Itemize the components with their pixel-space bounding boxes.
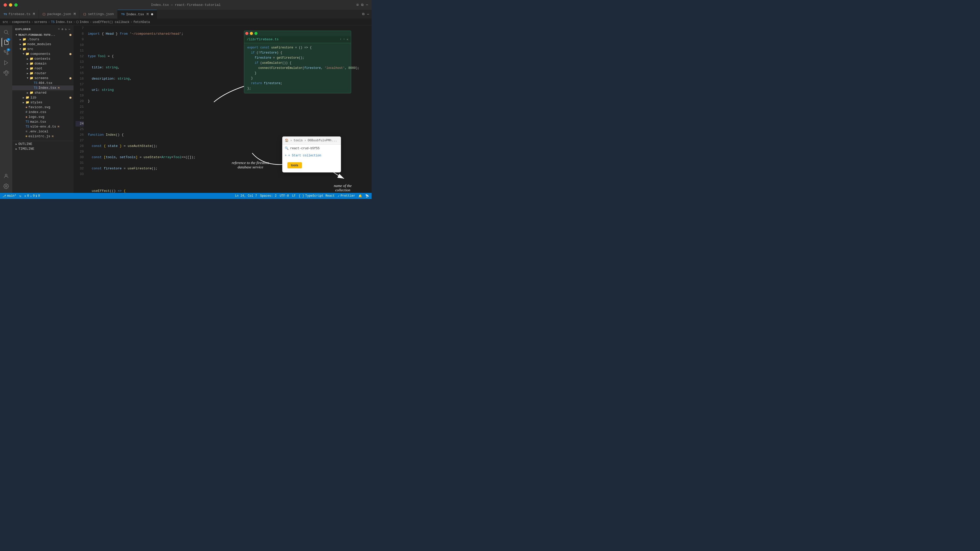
tree-styles[interactable]: ▶ 📁 styles: [12, 100, 73, 105]
extensions-activity-icon[interactable]: [2, 68, 11, 78]
tree-project-root[interactable]: ▼ REACT-FIREBASE-TUTO...: [12, 33, 73, 37]
tab-index-tsx[interactable]: TS Index.tsx M: [118, 10, 157, 19]
split-editor-icon[interactable]: ⧉: [362, 12, 364, 16]
files-activity-icon[interactable]: 1: [2, 38, 11, 47]
broadcast-indicator: 📡: [365, 194, 369, 198]
branch-indicator[interactable]: ⎇ main*: [3, 194, 16, 198]
tree-tours[interactable]: ▶ 📁 .tours: [12, 37, 73, 42]
tab-settings-json[interactable]: {} settings.json: [80, 10, 118, 19]
folder-icon: 📁: [30, 71, 33, 75]
tree-index-tsx[interactable]: ▶ TS Index.tsx M: [12, 86, 73, 90]
tree-components[interactable]: ▼ 📁 components: [12, 52, 73, 56]
indentation[interactable]: Spaces: 2: [260, 194, 277, 198]
tree-router[interactable]: ▶ 📁 router: [12, 71, 73, 76]
minimize-button[interactable]: [9, 3, 12, 6]
line-ending-indicator[interactable]: LF: [292, 194, 296, 198]
breadcrumb-index[interactable]: Index: [80, 21, 89, 24]
breadcrumb-file[interactable]: Index.tsx: [56, 21, 72, 24]
app-container: TS firebase.ts M {} package.json M {} se…: [0, 10, 372, 199]
popup-close-icon[interactable]: ✕: [347, 38, 348, 41]
hover-popup-nav[interactable]: ‹ › ✕: [340, 38, 348, 41]
account-icon[interactable]: [2, 171, 11, 181]
tree-contexts[interactable]: ▶ 📁 contexts: [12, 56, 73, 61]
errors-indicator[interactable]: ✕ 0 ⚠ 0 ℹ 0: [24, 194, 40, 198]
close-button[interactable]: [3, 3, 7, 6]
breadcrumb-fetchdata[interactable]: fetchData: [134, 21, 150, 24]
tab-package-json[interactable]: {} package.json M: [39, 10, 80, 19]
svg-rect-10: [8, 72, 9, 73]
info-icon: ℹ: [36, 194, 37, 198]
tree-root[interactable]: ▶ 📁 root: [12, 66, 73, 71]
item-label: eslintrc.js: [28, 135, 50, 138]
new-folder-icon[interactable]: ⊕: [62, 27, 64, 31]
tab-firebase-ts[interactable]: TS firebase.ts M: [0, 10, 39, 19]
tree-domain[interactable]: ▶ 📁 domain: [12, 61, 73, 66]
popup-next-icon[interactable]: ›: [343, 38, 345, 41]
tree-index-css[interactable]: ▶ # index.css: [12, 110, 73, 114]
tree-favicon[interactable]: ▶ ◈ favicon.svg: [12, 105, 73, 110]
search-activity-icon[interactable]: [2, 27, 11, 37]
svg-point-11: [5, 174, 7, 176]
editor-area: 7891011 1213141516 1718192021 22232425 2…: [73, 25, 372, 193]
settings-icon[interactable]: ⋯: [366, 3, 368, 7]
tree-src[interactable]: ▼ 📁 src: [12, 47, 73, 52]
item-label: main.tsx: [30, 120, 46, 124]
breadcrumb-src[interactable]: src: [3, 21, 8, 24]
explorer-label: EXPLORER: [15, 28, 31, 31]
item-label: .tours: [27, 38, 39, 41]
breadcrumb-useeffect[interactable]: useEffect() callback: [93, 21, 129, 24]
firestore-start-collection[interactable]: + + Start collection: [282, 152, 341, 159]
tree-main-tsx[interactable]: ▶ TS main.tsx: [12, 119, 73, 124]
popup-close-btn[interactable]: [245, 32, 248, 35]
tab-modified-label: M: [147, 13, 149, 16]
tools-collection-button[interactable]: tools: [287, 162, 302, 168]
language-indicator[interactable]: { } TypeScript React: [299, 194, 334, 198]
maximize-button[interactable]: [14, 3, 18, 6]
formatter-indicator[interactable]: ✓ Prettier: [338, 194, 355, 198]
check-icon: ✓: [338, 194, 339, 198]
tree-404[interactable]: ▶ TS 404.tsx: [12, 81, 73, 86]
tree-timeline[interactable]: ▶ TIMELINE: [12, 146, 73, 151]
window-controls[interactable]: [3, 3, 18, 6]
notification-icon[interactable]: 🔔: [358, 194, 362, 198]
popup-prev-icon[interactable]: ‹: [340, 38, 342, 41]
run-activity-icon[interactable]: [2, 58, 11, 67]
tree-node-modules[interactable]: ▶ 📁 node_modules: [12, 42, 73, 47]
cursor-position[interactable]: Ln 24, Col 7: [235, 194, 257, 198]
project-name: REACT-FIREBASE-TUTO...: [18, 33, 56, 37]
sidebar: EXPLORER + ⊕ ↻ ⋯ ▼ REACT-FIREBASE-TUTO..…: [12, 25, 73, 193]
tree-outline[interactable]: ▶ OUTLINE: [12, 141, 73, 146]
breadcrumb-screens[interactable]: screens: [34, 21, 47, 24]
expand-arrow: ▼: [14, 34, 18, 37]
tree-vite-env[interactable]: ▶ TS vite-env.d.ts M: [12, 124, 73, 129]
svg-rect-7: [4, 72, 5, 73]
svg-line-1: [7, 33, 8, 35]
tree-eslintrc[interactable]: ▶ ⊛ eslintrc.js M: [12, 134, 73, 139]
settings-activity-icon[interactable]: [2, 182, 11, 191]
status-right: Ln 24, Col 7 Spaces: 2 UTF-8 LF { } Type…: [235, 194, 369, 198]
item-label: domain: [35, 62, 46, 65]
split-icon[interactable]: ⧉: [361, 3, 363, 7]
new-file-icon[interactable]: +: [58, 27, 60, 31]
broadcast-icon[interactable]: 📡: [365, 194, 369, 198]
tabs-bar: TS firebase.ts M {} package.json M {} se…: [0, 10, 372, 19]
more-actions-icon[interactable]: ⋯: [367, 12, 369, 16]
status-left: ⎇ main* ↻ ✕ 0 ⚠ 0 ℹ 0: [3, 194, 40, 198]
popup-min-btn[interactable]: [250, 32, 253, 35]
warning-count: 0: [33, 194, 35, 198]
layout-icon[interactable]: ⊡: [356, 3, 359, 7]
tree-env-local[interactable]: ▶ ≡ .env.local: [12, 129, 73, 134]
collapse-icon[interactable]: ⋯: [68, 27, 70, 31]
breadcrumb-components[interactable]: components: [12, 21, 30, 24]
item-label: components: [30, 52, 50, 56]
tree-shared[interactable]: ▶ 📁 shared: [12, 90, 73, 95]
sync-indicator[interactable]: ↻: [19, 194, 21, 198]
tree-logo-svg[interactable]: ▶ ◈ logo.svg: [12, 114, 73, 119]
refresh-icon[interactable]: ↻: [65, 27, 67, 31]
git-activity-icon[interactable]: 9: [2, 48, 11, 57]
encoding-indicator[interactable]: UTF-8: [280, 194, 289, 198]
tree-lib[interactable]: ▶ 📁 lib: [12, 95, 73, 100]
popup-max-btn[interactable]: [255, 32, 258, 35]
tree-screens[interactable]: ▼ 📁 screens: [12, 76, 73, 81]
folder-icon: 📁: [25, 100, 29, 104]
